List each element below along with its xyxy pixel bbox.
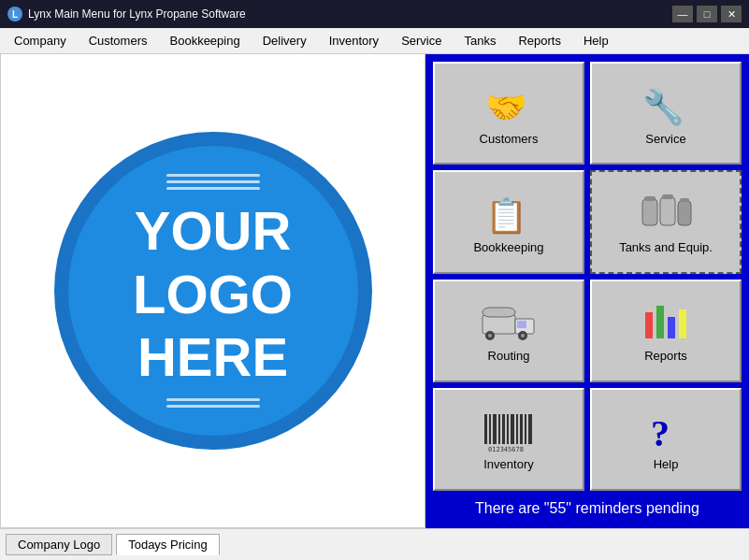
svg-rect-22	[489, 414, 491, 444]
svg-rect-19	[668, 317, 675, 338]
svg-text:📋: 📋	[485, 195, 527, 236]
menu-inventory[interactable]: Inventory	[319, 30, 389, 51]
svg-rect-23	[493, 414, 497, 444]
svg-rect-11	[517, 321, 526, 328]
menu-help[interactable]: Help	[573, 30, 619, 51]
svg-rect-25	[502, 414, 505, 444]
logo-text-here: HERE	[137, 327, 288, 387]
menu-bar: Company Customers Bookkeeping Delivery I…	[0, 28, 749, 54]
bottom-bar: Company Logo Todays Pricing	[0, 528, 749, 560]
customers-icon: 🤝	[481, 81, 537, 128]
help-button[interactable]: ? Help	[590, 388, 742, 491]
svg-point-15	[521, 334, 525, 337]
svg-rect-31	[528, 414, 532, 444]
svg-rect-5	[678, 201, 691, 225]
menu-reports[interactable]: Reports	[508, 30, 571, 51]
logo-text-logo: LOGO	[133, 265, 293, 324]
menu-customers[interactable]: Customers	[79, 30, 158, 51]
app-icon: L	[7, 7, 22, 22]
help-label: Help	[654, 457, 679, 471]
window-title: Lynx Main Menu for Lynx Propane Software	[28, 7, 246, 21]
left-panel: YOUR LOGO HERE	[0, 54, 425, 528]
svg-rect-21	[484, 414, 487, 444]
svg-rect-6	[644, 196, 655, 201]
tanks-label: Tanks and Equip.	[619, 240, 713, 254]
svg-rect-29	[520, 414, 523, 444]
service-button[interactable]: 🔧 Service	[590, 62, 742, 165]
routing-label: Routing	[488, 349, 530, 363]
tanks-icon	[638, 190, 694, 237]
svg-rect-9	[483, 315, 515, 334]
svg-point-13	[488, 334, 492, 337]
svg-rect-3	[642, 199, 657, 225]
logo-line-3	[166, 187, 260, 190]
reports-button[interactable]: Reports	[590, 280, 742, 382]
grid-buttons: 🤝 Customers 🔧 Service	[433, 62, 742, 491]
logo-inner-circle: YOUR LOGO HERE	[68, 146, 358, 436]
reports-label: Reports	[644, 349, 687, 363]
tanks-button[interactable]: Tanks and Equip.	[590, 170, 742, 273]
bookkeeping-button[interactable]: 📋 Bookkeeping	[433, 170, 584, 273]
svg-rect-7	[662, 194, 673, 199]
svg-rect-20	[679, 309, 686, 338]
logo-line-2	[166, 180, 260, 183]
menu-delivery[interactable]: Delivery	[252, 30, 317, 51]
svg-rect-30	[525, 414, 526, 444]
title-bar-left: L Lynx Main Menu for Lynx Propane Softwa…	[7, 7, 246, 22]
maximize-button[interactable]: □	[697, 6, 717, 22]
menu-tanks[interactable]: Tanks	[454, 30, 506, 51]
svg-rect-28	[516, 414, 518, 444]
title-bar: L Lynx Main Menu for Lynx Propane Softwa…	[0, 0, 749, 28]
bookkeeping-label: Bookkeeping	[473, 240, 543, 254]
logo-outer-circle: YOUR LOGO HERE	[54, 132, 372, 450]
customers-label: Customers	[480, 132, 539, 146]
menu-bookkeeping[interactable]: Bookkeeping	[160, 30, 251, 51]
reports-icon	[638, 298, 694, 345]
close-button[interactable]: ✕	[721, 6, 742, 22]
svg-rect-18	[656, 306, 664, 338]
service-icon: 🔧	[638, 81, 694, 128]
logo-text-your: YOUR	[135, 201, 292, 261]
logo-line-1	[166, 174, 260, 177]
inventory-icon: 012345678	[481, 407, 537, 453]
svg-rect-24	[498, 414, 500, 444]
inventory-label: Inventory	[483, 457, 533, 471]
help-icon: ?	[638, 407, 694, 453]
logo-bottom-lines	[166, 398, 260, 408]
main-area: YOUR LOGO HERE 🤝 Customers	[0, 54, 749, 528]
tab-company-logo[interactable]: Company Logo	[6, 534, 112, 555]
svg-text:🔧: 🔧	[642, 87, 684, 127]
logo-top-lines	[166, 174, 260, 190]
svg-text:012345678: 012345678	[488, 446, 524, 453]
logo-line-4	[166, 398, 260, 401]
customers-button[interactable]: 🤝 Customers	[433, 62, 584, 165]
minimize-button[interactable]: —	[672, 6, 693, 22]
svg-rect-17	[645, 312, 653, 338]
logo-line-5	[166, 405, 260, 408]
svg-rect-4	[660, 197, 675, 225]
window-controls[interactable]: — □ ✕	[672, 6, 742, 22]
svg-rect-16	[483, 308, 515, 317]
svg-text:🤝: 🤝	[485, 87, 527, 127]
reminders-text: There are "55" reminders pending	[433, 491, 742, 521]
service-label: Service	[645, 132, 685, 146]
svg-rect-8	[680, 198, 689, 202]
svg-text:?: ?	[651, 412, 670, 453]
routing-button[interactable]: Routing	[433, 280, 584, 382]
menu-company[interactable]: Company	[4, 30, 77, 51]
tab-todays-pricing[interactable]: Todays Pricing	[116, 534, 220, 555]
right-panel: 🤝 Customers 🔧 Service	[425, 54, 749, 528]
routing-icon	[481, 298, 537, 345]
bookkeeping-icon: 📋	[481, 190, 537, 237]
menu-service[interactable]: Service	[391, 30, 452, 51]
svg-rect-27	[511, 414, 514, 444]
inventory-button[interactable]: 012345678 Inventory	[433, 388, 584, 491]
svg-rect-26	[507, 414, 509, 444]
